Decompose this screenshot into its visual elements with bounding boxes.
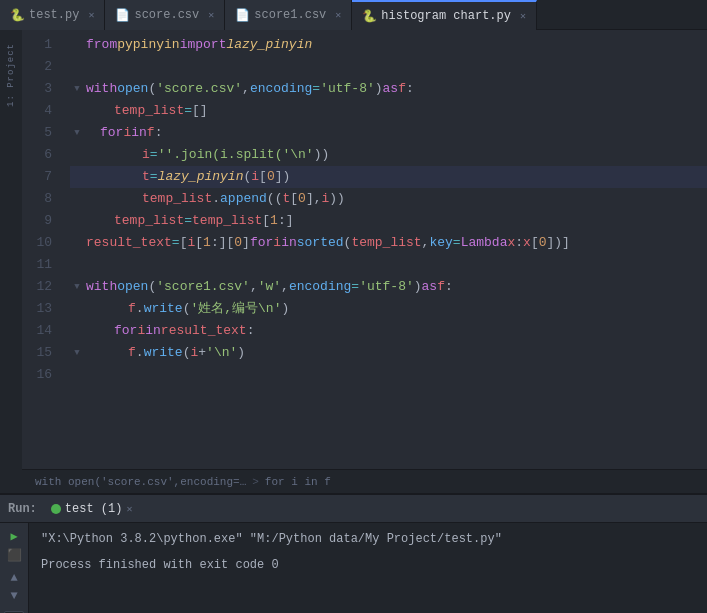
code-line-11: [70, 254, 707, 276]
tab-label-score-csv: score.csv: [134, 8, 199, 22]
line-numbers: 1 2 3 4 5 6 7 8 9 10 11 12 13 14 15 16: [22, 30, 64, 469]
run-panel: Run: test (1) ✕ ▶ ⬛ ▲ ▼ ⊞ "X:\Python 3.8…: [0, 493, 707, 613]
run-output: "X:\Python 3.8.2\python.exe" "M:/Python …: [29, 523, 707, 613]
code-line-9: temp_list = temp_list[1:]: [70, 210, 707, 232]
run-scroll-up-button[interactable]: ▲: [4, 571, 24, 585]
code-line-12: ▼ with open('score1.csv','w',encoding='u…: [70, 276, 707, 298]
tab-close-score-csv[interactable]: ✕: [208, 9, 214, 21]
tab-label-histogram-chart-py: histogram chart.py: [381, 9, 511, 23]
run-body: ▶ ⬛ ▲ ▼ ⊞ "X:\Python 3.8.2\python.exe" "…: [0, 523, 707, 613]
python-icon-2: 🐍: [362, 9, 376, 23]
run-scroll-down-button[interactable]: ▼: [4, 589, 24, 603]
code-line-10: result_text = [i[1:][0] for i in sorted(…: [70, 232, 707, 254]
run-left-controls: ▶ ⬛ ▲ ▼ ⊞: [0, 523, 29, 613]
run-play-button[interactable]: ▶: [4, 529, 24, 544]
project-panel-label: 1: Project: [6, 43, 16, 107]
tab-close-test-py[interactable]: ✕: [88, 9, 94, 21]
breadcrumb-text1: with open('score.csv',encoding=…: [35, 476, 246, 488]
breadcrumb-arrow: >: [252, 476, 259, 488]
code-line-3: ▼ with open('score.csv',encoding='utf-8'…: [70, 78, 707, 100]
left-gutter: 1: Project: [0, 30, 22, 493]
breadcrumb-text2: for i in f: [265, 476, 331, 488]
tab-histogram-chart-py[interactable]: 🐍 histogram chart.py ✕: [352, 0, 537, 30]
tab-label-test-py: test.py: [29, 8, 79, 22]
tab-test-py[interactable]: 🐍 test.py ✕: [0, 0, 105, 30]
run-status-dot: [51, 504, 61, 514]
main-area: 1: Project 1 2 3 4 5 6 7 8 9 10 11 12 13…: [0, 30, 707, 493]
tab-score1-csv[interactable]: 📄 score1.csv ✕: [225, 0, 352, 30]
run-label: Run:: [8, 502, 37, 516]
run-stop-button[interactable]: ⬛: [4, 548, 24, 563]
breadcrumb-bar: with open('score.csv',encoding=… > for i…: [22, 469, 707, 493]
run-tab-test[interactable]: test (1) ✕: [45, 502, 139, 516]
tab-close-score1-csv[interactable]: ✕: [335, 9, 341, 21]
run-result-line: Process finished with exit code 0: [41, 555, 695, 575]
run-command-line: "X:\Python 3.8.2\python.exe" "M:/Python …: [41, 529, 695, 549]
code-line-13: f.write('姓名,编号\n'): [70, 298, 707, 320]
run-result-text: Process finished with exit code 0: [41, 558, 279, 572]
csv-icon: 📄: [115, 8, 129, 22]
run-command-text: "X:\Python 3.8.2\python.exe" "M:/Python …: [41, 532, 502, 546]
code-line-2: [70, 56, 707, 78]
code-line-4: temp_list = []: [70, 100, 707, 122]
code-line-5: ▼ for i in f :: [70, 122, 707, 144]
tab-bar: 🐍 test.py ✕ 📄 score.csv ✕ 📄 score1.csv ✕…: [0, 0, 707, 30]
csv-icon-2: 📄: [235, 8, 249, 22]
tab-label-score1-csv: score1.csv: [254, 8, 326, 22]
code-line-14: for i in result_text:: [70, 320, 707, 342]
code-area[interactable]: 1 2 3 4 5 6 7 8 9 10 11 12 13 14 15 16: [22, 30, 707, 469]
run-header: Run: test (1) ✕: [0, 495, 707, 523]
tab-score-csv[interactable]: 📄 score.csv ✕: [105, 0, 225, 30]
run-tab-close[interactable]: ✕: [126, 503, 132, 515]
run-tab-label: test (1): [65, 502, 123, 516]
tab-close-histogram-chart-py[interactable]: ✕: [520, 10, 526, 22]
python-icon: 🐍: [10, 8, 24, 22]
code-line-6: i = ''.join(i.split('\n')): [70, 144, 707, 166]
code-line-1: from pypinyin import lazy_pinyin: [70, 34, 707, 56]
code-line-7: t = lazy_pinyin(i[0]): [70, 166, 707, 188]
code-line-8: temp_list.append((t[0],i)): [70, 188, 707, 210]
code-line-16: [70, 364, 707, 386]
editor: 1 2 3 4 5 6 7 8 9 10 11 12 13 14 15 16: [22, 30, 707, 493]
code-lines: from pypinyin import lazy_pinyin ▼ with …: [64, 30, 707, 469]
code-line-15: ▼ f.write(i+'\n'): [70, 342, 707, 364]
